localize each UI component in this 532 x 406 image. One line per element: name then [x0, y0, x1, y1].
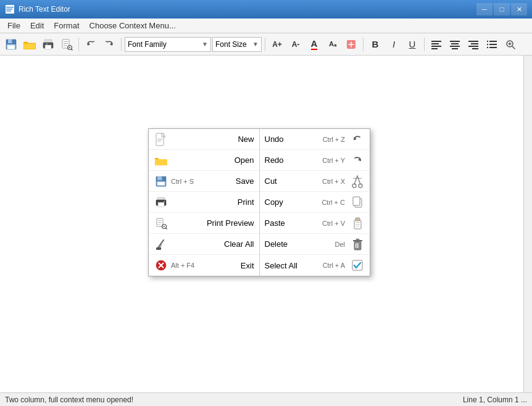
- context-menu: New Open: [148, 128, 370, 276]
- window-controls: ─ □ ✕: [476, 3, 527, 15]
- ctx-new[interactable]: New: [149, 129, 259, 150]
- svg-rect-82: [353, 197, 360, 205]
- ctx-print-icon: [154, 195, 168, 210]
- svg-rect-2: [6, 9, 12, 10]
- ctx-copy-icon: [350, 195, 365, 210]
- italic-button[interactable]: I: [385, 36, 402, 53]
- svg-rect-65: [158, 222, 162, 223]
- menu-format[interactable]: Format: [49, 20, 84, 31]
- ctx-undo[interactable]: Undo Ctrl + Z: [260, 129, 370, 150]
- font-family-arrow: ▼: [202, 41, 208, 48]
- svg-rect-32: [450, 46, 460, 47]
- ctx-exit[interactable]: Alt + F4 Exit: [149, 255, 259, 276]
- context-menu-left-col: New Open: [149, 129, 260, 276]
- align-right-button[interactable]: [465, 36, 482, 53]
- svg-rect-41: [489, 44, 497, 45]
- redo-button[interactable]: [101, 36, 118, 53]
- ctx-cut[interactable]: Cut Ctrl + X: [260, 171, 370, 192]
- zoom-icon: [505, 39, 516, 50]
- svg-rect-37: [472, 48, 478, 49]
- svg-rect-19: [64, 45, 67, 46]
- svg-point-22: [69, 47, 70, 48]
- svg-rect-38: [487, 41, 488, 42]
- list-button[interactable]: [483, 36, 501, 53]
- font-color-button[interactable]: A: [305, 36, 323, 53]
- status-right: Line 1, Column 1 ...: [463, 396, 527, 404]
- undo-button[interactable]: [82, 36, 99, 53]
- scrollbar-vertical[interactable]: [523, 56, 532, 392]
- ctx-select-all[interactable]: Select All Ctrl + A: [260, 255, 370, 276]
- svg-rect-87: [355, 226, 359, 226]
- ctx-redo[interactable]: Redo Ctrl + Y: [260, 150, 370, 171]
- maximize-button[interactable]: □: [494, 3, 510, 15]
- minimize-button[interactable]: ─: [476, 3, 493, 15]
- ctx-print[interactable]: Print: [149, 192, 259, 213]
- ctx-open-label: Open: [171, 155, 254, 165]
- svg-rect-27: [431, 43, 439, 44]
- svg-rect-66: [158, 224, 160, 225]
- zoom-button[interactable]: [502, 36, 519, 53]
- decrease-font-button[interactable]: A-: [287, 36, 304, 53]
- ctx-undo-shortcut: Ctrl + Z: [323, 136, 345, 143]
- open-icon: [23, 39, 36, 50]
- svg-rect-61: [158, 202, 164, 207]
- align-left-button[interactable]: [428, 36, 445, 53]
- ctx-save[interactable]: Ctrl + S Save: [149, 171, 259, 192]
- ctx-exit-shortcut: Alt + F4: [171, 262, 194, 269]
- ctx-new-label: New: [171, 135, 254, 144]
- svg-line-69: [166, 228, 167, 229]
- title-bar: Rich Text Editor ─ □ ✕: [0, 0, 532, 19]
- align-right-icon: [468, 39, 479, 49]
- print-button[interactable]: [39, 36, 57, 53]
- separator-1: [78, 38, 79, 51]
- list-icon: [486, 39, 497, 49]
- close-button[interactable]: ✕: [511, 3, 527, 15]
- svg-rect-39: [489, 41, 497, 42]
- ctx-cut-icon: [350, 174, 365, 189]
- ctx-cut-shortcut: Ctrl + X: [322, 178, 345, 185]
- separator-4: [363, 38, 364, 51]
- svg-rect-40: [487, 44, 488, 45]
- svg-rect-93: [356, 239, 359, 241]
- separator-3: [265, 38, 265, 51]
- toolbar: Font Family ▼ Font Size ▼ A+ A- A Aₐ B I…: [0, 33, 532, 56]
- increase-font-button[interactable]: A+: [268, 36, 286, 53]
- open-button[interactable]: [21, 36, 38, 53]
- editor-area[interactable]: New Open: [0, 56, 523, 392]
- font-family-dropdown[interactable]: Font Family ▼: [125, 37, 211, 52]
- svg-rect-43: [489, 47, 497, 48]
- ctx-open-icon: [154, 153, 168, 168]
- font-size-aa-button[interactable]: Aₐ: [324, 36, 341, 53]
- ctx-paste-label: Paste: [265, 218, 318, 228]
- ctx-save-shortcut: Ctrl + S: [171, 178, 194, 185]
- save-button[interactable]: [2, 36, 20, 53]
- align-center-button[interactable]: [446, 36, 463, 53]
- ctx-delete[interactable]: Delete Del: [260, 234, 370, 255]
- svg-line-79: [357, 176, 360, 184]
- svg-rect-28: [431, 46, 441, 47]
- ctx-open[interactable]: Open: [149, 150, 259, 171]
- svg-rect-30: [450, 41, 460, 42]
- bold-button[interactable]: B: [367, 36, 384, 53]
- ctx-clear-all[interactable]: Clear All: [149, 234, 259, 255]
- svg-rect-35: [471, 43, 478, 44]
- svg-rect-1: [6, 7, 14, 8]
- align-left-icon: [431, 39, 442, 49]
- menu-context[interactable]: Choose Context Menu...: [85, 20, 181, 31]
- menu-edit[interactable]: Edit: [25, 20, 49, 31]
- svg-rect-6: [11, 39, 12, 43]
- print-preview-button[interactable]: [58, 36, 75, 53]
- underline-button[interactable]: U: [404, 36, 421, 53]
- ctx-paste[interactable]: Paste Ctrl + V: [260, 213, 370, 234]
- ctx-print-preview[interactable]: Print Preview: [149, 213, 259, 234]
- ctx-delete-shortcut: Del: [335, 241, 345, 248]
- status-left: Two column, full context menu opened!: [5, 396, 133, 404]
- clear-format-button[interactable]: [343, 36, 360, 53]
- ctx-select-all-shortcut: Ctrl + A: [323, 262, 345, 269]
- menu-file[interactable]: File: [2, 20, 25, 31]
- ctx-copy[interactable]: Copy Ctrl + C: [260, 192, 370, 213]
- svg-rect-53: [156, 160, 167, 165]
- ctx-cut-label: Cut: [265, 176, 318, 186]
- font-size-dropdown[interactable]: Font Size ▼: [212, 37, 262, 52]
- ctx-delete-icon: [350, 237, 365, 252]
